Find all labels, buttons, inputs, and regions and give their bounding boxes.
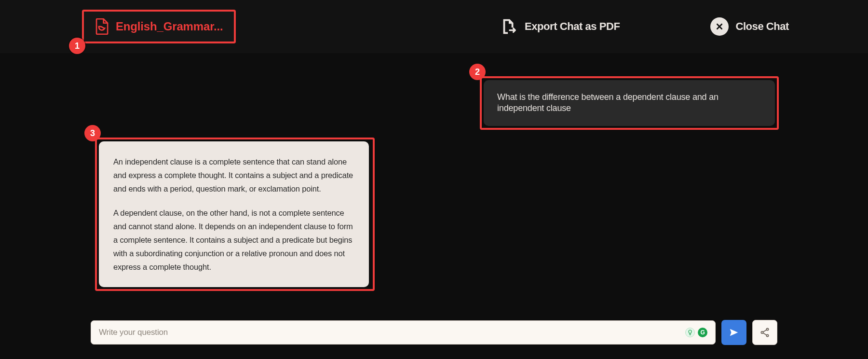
user-message-wrap: 2 What is the difference between a depen…	[480, 76, 779, 130]
export-pdf-button[interactable]: Export Chat as PDF	[493, 13, 626, 41]
export-icon	[500, 17, 518, 36]
send-icon	[729, 327, 739, 338]
lightbulb-icon	[685, 328, 695, 337]
header-bar: English_Grammar... Export Chat as PDF Cl…	[0, 0, 868, 53]
share-icon	[760, 327, 770, 338]
grammarly-icon: G	[698, 328, 707, 337]
user-message-highlight: What is the difference between a depende…	[480, 76, 779, 130]
svg-point-2	[766, 334, 768, 336]
chat-area: 2 What is the difference between a depen…	[0, 53, 868, 301]
grammarly-widget[interactable]: G	[685, 328, 707, 337]
pdf-file-icon	[95, 18, 109, 35]
close-chat-button[interactable]: Close Chat	[704, 13, 796, 41]
file-name-label: English_Grammar...	[116, 20, 223, 33]
close-label: Close Chat	[735, 20, 789, 33]
callout-badge-3: 3	[84, 125, 101, 141]
export-label: Export Chat as PDF	[525, 20, 620, 33]
bot-message-highlight: An independent clause is a complete sent…	[95, 138, 375, 291]
input-placeholder: Write your question	[99, 328, 168, 337]
user-message-bubble[interactable]: What is the difference between a depende…	[484, 80, 775, 126]
close-icon	[710, 17, 729, 36]
composer-bar: Write your question G	[91, 320, 777, 345]
bot-message-bubble[interactable]: An independent clause is a complete sent…	[99, 141, 369, 287]
send-button[interactable]	[721, 320, 746, 345]
file-chip-wrap: English_Grammar...	[82, 10, 236, 43]
bot-message-wrap: 3 An independent clause is a complete se…	[95, 138, 375, 291]
bot-paragraph-1: An independent clause is a complete sent…	[113, 155, 354, 195]
bot-paragraph-2: A dependent clause, on the other hand, i…	[113, 206, 354, 274]
share-button[interactable]	[752, 320, 777, 345]
file-chip[interactable]: English_Grammar...	[82, 10, 236, 43]
callout-badge-1: 1	[69, 38, 85, 54]
svg-point-1	[761, 331, 763, 333]
user-message-text: What is the difference between a depende…	[497, 92, 719, 113]
svg-point-0	[766, 328, 768, 330]
question-input[interactable]: Write your question G	[91, 320, 716, 345]
callout-badge-2: 2	[469, 64, 486, 80]
